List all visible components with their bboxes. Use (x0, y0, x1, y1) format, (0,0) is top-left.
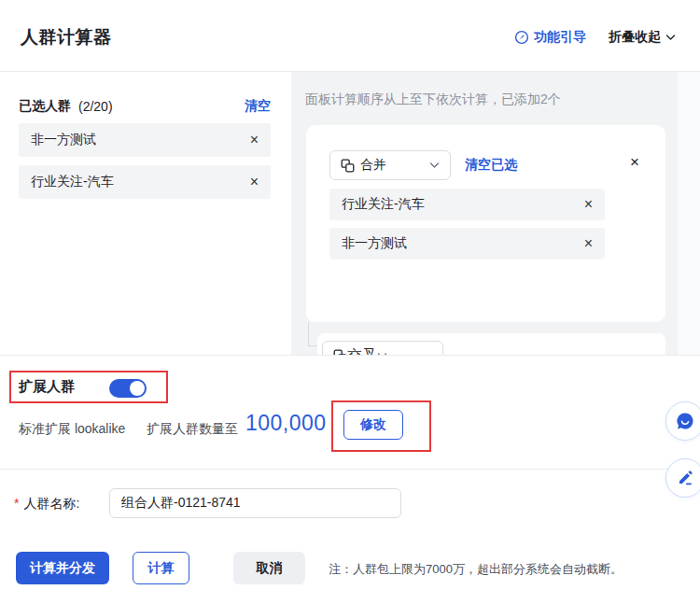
operator-select[interactable]: 合并 (329, 150, 451, 180)
next-group-card: 交叉 (317, 333, 665, 355)
modify-button[interactable]: 修改 (343, 410, 403, 440)
toggle-knob (130, 381, 145, 396)
remove-icon[interactable]: × (250, 175, 259, 190)
remove-icon[interactable]: × (584, 236, 593, 251)
clear-selected-link[interactable]: 清空已选 (465, 157, 517, 174)
remove-icon[interactable]: × (250, 133, 259, 147)
audience-name: 非一方测试 (342, 235, 407, 252)
header-actions: 功能引导 折叠收起 (514, 29, 676, 46)
selected-audience-header: 已选人群 (2/20) 清空 (19, 98, 271, 115)
expansion-label: 扩展人群 (19, 378, 75, 396)
close-icon[interactable]: × (630, 154, 639, 170)
calculation-panel: 面板计算顺序从上至下依次计算，已添加2个 合并 清空已选 × 行业关注-汽车 ×… (291, 72, 700, 355)
customer-service-chat-button[interactable] (665, 401, 700, 441)
pencil-icon (676, 469, 694, 487)
operator-label: 合并 (360, 157, 386, 174)
panel-instruction: 面板计算顺序从上至下依次计算，已添加2个 (305, 91, 561, 108)
chevron-down-icon (429, 162, 440, 169)
list-item: 非一方测试 × (329, 228, 605, 260)
union-icon (341, 159, 355, 173)
audience-name: 行业关注-汽车 (342, 196, 425, 213)
selected-audience-title: 已选人群 (19, 98, 71, 115)
expansion-toggle[interactable] (109, 379, 147, 398)
expansion-section: 扩展人群 标准扩展 lookalike 扩展人群数量至 100,000 修改 (0, 355, 700, 469)
collapse-label: 折叠收起 (609, 29, 661, 46)
scroll-gutter[interactable] (678, 72, 700, 355)
feature-guide-label: 功能引导 (534, 29, 586, 46)
name-form-section: *人群名称: 计算并分发 计算 取消 注：人群包上限为7000万，超出部分系统会… (0, 469, 700, 604)
expansion-quantity-value: 100,000 (245, 411, 327, 436)
chevron-down-icon (665, 34, 676, 41)
compass-guide-icon (514, 30, 529, 45)
list-item: 非一方测试 × (19, 123, 271, 157)
audience-name: 行业关注-汽车 (31, 174, 114, 190)
audience-name-label: *人群名称: (14, 496, 79, 513)
page-title: 人群计算器 (21, 25, 112, 49)
expansion-quantity-label: 扩展人群数量至 (147, 421, 238, 438)
chat-bubble-icon (675, 411, 695, 431)
expansion-mode: 标准扩展 lookalike (19, 421, 125, 438)
selected-audience-count: (2/20) (78, 99, 113, 114)
list-item: 行业关注-汽车 × (19, 165, 271, 199)
feedback-edit-button[interactable] (665, 458, 700, 498)
required-mark: * (14, 496, 19, 511)
operator-label: 交叉 (347, 346, 377, 356)
group-connector-line (308, 322, 309, 345)
calculate-button[interactable]: 计算 (133, 552, 189, 584)
audience-name: 非一方测试 (31, 132, 96, 148)
limit-note: 注：人群包上限为7000万，超出部分系统会自动截断。 (329, 561, 623, 578)
calculate-and-distribute-button[interactable]: 计算并分发 (16, 552, 109, 584)
cancel-button[interactable]: 取消 (233, 552, 305, 584)
collapse-toggle[interactable]: 折叠收起 (609, 29, 676, 46)
clear-all-link[interactable]: 清空 (245, 98, 271, 115)
selected-audience-panel: 已选人群 (2/20) 清空 非一方测试 × 行业关注-汽车 × (0, 72, 291, 355)
page-header: 人群计算器 功能引导 折叠收起 (0, 0, 700, 72)
feature-guide-link[interactable]: 功能引导 (514, 29, 586, 46)
calc-group-card: 合并 清空已选 × 行业关注-汽车 × 非一方测试 × (306, 125, 665, 322)
audience-name-input[interactable] (109, 488, 401, 518)
remove-icon[interactable]: × (584, 197, 593, 212)
operator-select[interactable]: 交叉 (322, 341, 443, 355)
list-item: 行业关注-汽车 × (329, 189, 605, 220)
